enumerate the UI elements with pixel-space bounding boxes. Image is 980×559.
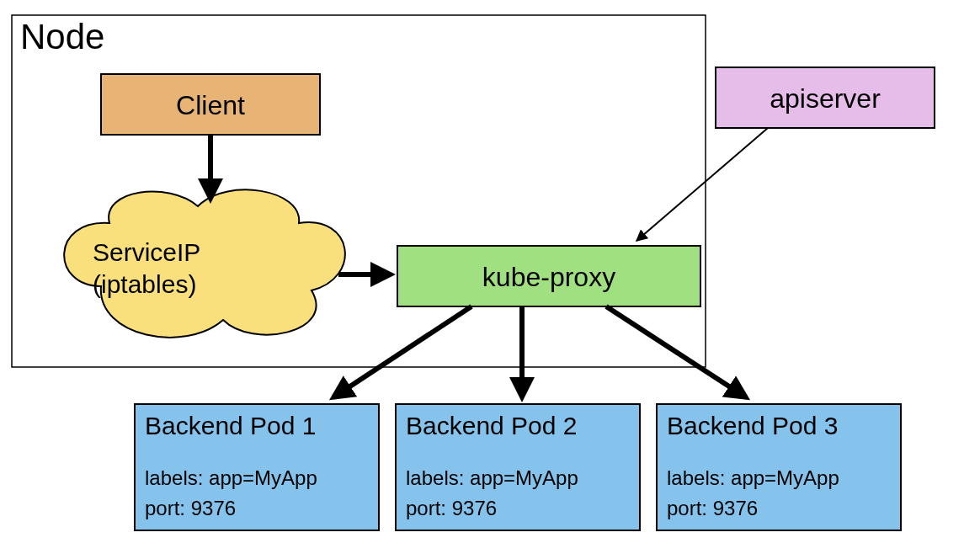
- arrow-kubeproxy-pod3: [606, 306, 746, 397]
- pod3-port: port: 9376: [667, 497, 758, 519]
- diagram-canvas: Node Client apiserver ServiceIP (iptable…: [0, 0, 980, 559]
- pod1-labels: labels: app=MyApp: [145, 466, 317, 489]
- pod3-labels: labels: app=MyApp: [667, 466, 839, 489]
- apiserver-label: apiserver: [770, 83, 881, 114]
- pod1-title: Backend Pod 1: [145, 412, 316, 439]
- node-title: Node: [20, 17, 104, 56]
- pod2-labels: labels: app=MyApp: [406, 466, 578, 489]
- arrow-apiserver-kubeproxy: [636, 128, 768, 241]
- serviceip-cloud: ServiceIP (iptables): [64, 189, 345, 337]
- serviceip-line2: (iptables): [93, 270, 196, 298]
- pod2-port: port: 9376: [406, 497, 497, 519]
- serviceip-line1: ServiceIP: [93, 238, 200, 266]
- arrow-kubeproxy-pod1: [333, 306, 471, 397]
- pod2-title: Backend Pod 2: [406, 412, 577, 439]
- client-label: Client: [176, 90, 245, 120]
- pod3-title: Backend Pod 3: [667, 412, 838, 439]
- pod1-port: port: 9376: [145, 497, 236, 519]
- kubeproxy-label: kube-proxy: [482, 262, 615, 292]
